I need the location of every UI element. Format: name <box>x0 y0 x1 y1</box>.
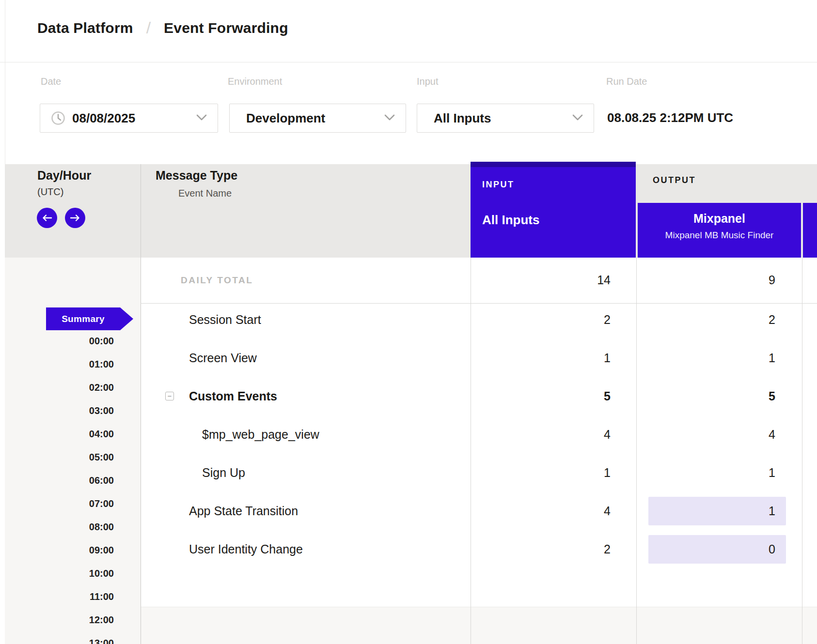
input-column-header-accent <box>471 162 636 167</box>
output-count: 1 <box>707 339 775 377</box>
day-column-divider <box>141 164 141 258</box>
daily-total-input-value: 14 <box>552 273 611 287</box>
summary-row-badge[interactable]: Summary <box>46 307 133 330</box>
output-column-header-next[interactable] <box>803 203 817 258</box>
hour-row-label[interactable]: 04:00 <box>41 429 114 442</box>
output-count: 4 <box>707 415 775 453</box>
hour-row-label[interactable]: 02:00 <box>41 382 114 396</box>
table-row: User Identity Change 2 0 <box>0 530 817 568</box>
hour-row-label[interactable]: 03:00 <box>41 405 114 419</box>
input-count: 2 <box>543 530 611 568</box>
input-count: 5 <box>543 377 611 415</box>
input-column-title: All Inputs <box>482 213 539 228</box>
input-count: 1 <box>543 454 611 491</box>
input-count: 2 <box>543 301 611 338</box>
environment-filter-label: Environment <box>228 76 282 87</box>
table-row: App State Transition 4 1 <box>0 492 817 530</box>
output-column-header-mixpanel[interactable]: Mixpanel Mixpanel MB Music Finder <box>638 203 801 258</box>
run-date-value: 08.08.25 2:12PM UTC <box>607 110 733 125</box>
arrow-left-icon <box>42 214 52 222</box>
input-count: 4 <box>543 492 611 530</box>
event-name: Screen View <box>189 339 257 377</box>
input-section-label: INPUT <box>482 180 515 190</box>
environment-dropdown[interactable]: Development <box>229 104 406 133</box>
highlighted-output-cell[interactable]: 0 <box>648 535 786 564</box>
table-row: $mp_web_page_view 4 4 <box>0 415 817 453</box>
input-column-header: INPUT All Inputs <box>471 162 636 258</box>
clock-icon <box>51 111 65 125</box>
hour-row-label[interactable]: 12:00 <box>41 614 114 628</box>
daily-total-row: DAILY TOTAL 14 9 <box>141 258 817 304</box>
table-row: − Custom Events 5 5 <box>0 377 817 415</box>
event-name: User Identity Change <box>189 530 303 568</box>
output-section-label: OUTPUT <box>653 175 696 185</box>
table-footer-area <box>141 607 817 644</box>
hour-row-label[interactable]: 10:00 <box>41 568 114 582</box>
environment-dropdown-value: Development <box>246 111 325 126</box>
event-name: Sign Up <box>202 454 245 491</box>
day-hour-timezone: (UTC) <box>37 186 63 198</box>
hour-row-label[interactable]: 01:00 <box>41 359 114 372</box>
hour-row-label[interactable]: 06:00 <box>41 475 114 489</box>
chevron-down-icon <box>384 114 395 123</box>
highlighted-output-cell[interactable]: 1 <box>648 497 786 525</box>
hour-row-label[interactable]: 09:00 <box>41 545 114 558</box>
output-count: 1 <box>707 454 775 491</box>
event-name: Session Start <box>189 301 261 338</box>
date-dropdown-value: 08/08/2025 <box>72 111 135 126</box>
input-dropdown[interactable]: All Inputs <box>417 104 594 133</box>
hour-row-label[interactable]: 07:00 <box>41 498 114 512</box>
hour-row-label[interactable]: 05:00 <box>41 452 114 465</box>
input-dropdown-value: All Inputs <box>434 111 491 126</box>
event-name-subheader: Event Name <box>178 188 232 199</box>
hour-row-label[interactable]: 00:00 <box>41 336 114 349</box>
hour-row-label[interactable]: 08:00 <box>41 521 114 535</box>
daily-total-output-value: 9 <box>717 273 775 287</box>
table-row: Sign Up 1 1 <box>0 454 817 491</box>
date-filter-label: Date <box>41 76 61 87</box>
arrow-right-icon <box>70 214 80 222</box>
output-count: 2 <box>707 301 775 338</box>
input-filter-label: Input <box>417 76 438 87</box>
output-count: 5 <box>707 377 775 415</box>
input-count: 4 <box>543 415 611 453</box>
day-hour-header: Day/Hour <box>37 169 91 183</box>
output-connection-name: Mixpanel MB Music Finder <box>638 230 801 241</box>
daily-total-label: DAILY TOTAL <box>181 275 253 286</box>
header-divider <box>0 62 817 62</box>
run-date-label: Run Date <box>606 76 647 87</box>
event-name: App State Transition <box>189 492 298 530</box>
event-name: Custom Events <box>189 377 277 415</box>
input-count: 1 <box>543 339 611 377</box>
hour-row-label[interactable]: 13:00 <box>41 638 114 644</box>
chevron-down-icon <box>572 114 583 123</box>
breadcrumb-section[interactable]: Data Platform <box>37 20 133 36</box>
collapse-expander-icon[interactable]: − <box>165 392 174 400</box>
event-name: $mp_web_page_view <box>202 415 319 453</box>
previous-day-button[interactable] <box>37 208 57 228</box>
summary-label: Summary <box>62 314 105 324</box>
next-day-button[interactable] <box>65 208 85 228</box>
message-type-header: Message Type <box>156 169 237 183</box>
table-row: Screen View 1 1 <box>0 339 817 377</box>
event-forwarding-page: Data Platform / Event Forwarding Date En… <box>0 0 817 644</box>
page-title: Event Forwarding <box>164 20 288 36</box>
breadcrumb: Data Platform / Event Forwarding <box>37 18 288 37</box>
chevron-down-icon <box>196 114 207 123</box>
hour-row-label[interactable]: 11:00 <box>41 591 114 605</box>
output-name: Mixpanel <box>638 212 801 226</box>
breadcrumb-divider: / <box>146 18 151 37</box>
date-dropdown[interactable]: 08/08/2025 <box>40 104 218 133</box>
panel-left-edge <box>5 0 5 164</box>
